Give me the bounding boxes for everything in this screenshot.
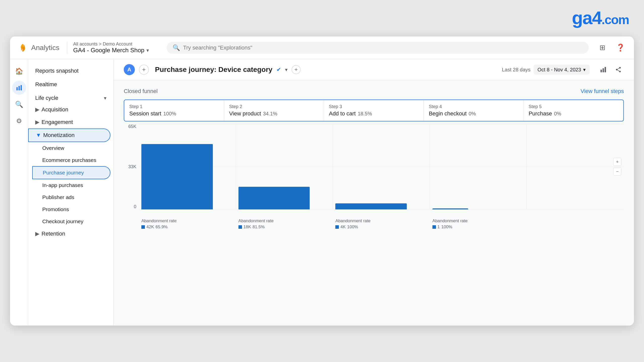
abandonment-label-4: Abandonment rate xyxy=(432,218,468,223)
ab-pct-3: 100% xyxy=(347,224,358,230)
y-axis-mid: 33K xyxy=(124,164,136,169)
chart-area: 65K 33K 0 xyxy=(124,124,624,230)
sidebar-label-reports-snapshot: Reports snapshot xyxy=(35,68,78,74)
step-1-num: Step 1 xyxy=(129,104,219,109)
account-section: All accounts > Demo Account GA4 - Google… xyxy=(67,41,149,54)
app-window: Analytics All accounts > Demo Account GA… xyxy=(10,36,634,326)
chart-type-icon[interactable] xyxy=(598,64,609,75)
account-chevron-icon: ▾ xyxy=(146,47,149,53)
date-picker-chevron-icon: ▾ xyxy=(583,67,586,73)
ab-pct-4: 100% xyxy=(441,224,452,230)
bar-rect-4 xyxy=(432,208,468,209)
acquisition-triangle-icon: ▶ xyxy=(35,106,39,113)
sidebar-item-realtime[interactable]: Realtime xyxy=(28,78,110,91)
abandonment-info-1: Abandonment rate 42K 65.9% xyxy=(141,218,177,230)
abandonment-label-1: Abandonment rate xyxy=(141,218,177,223)
step-4-pct: 0% xyxy=(469,111,476,117)
abandonment-values-1: 42K 65.9% xyxy=(141,224,177,230)
svg-rect-2 xyxy=(20,85,22,90)
step-5-num: Step 5 xyxy=(529,104,618,109)
monetization-triangle-icon: ▼ xyxy=(36,132,41,139)
logo-text: ga4 xyxy=(572,8,601,28)
search-input[interactable] xyxy=(183,44,583,51)
sidebar-subitem-promotions[interactable]: Promotions xyxy=(32,203,110,215)
funnel-type-label: Closed funnel xyxy=(124,88,158,95)
account-name-text: GA4 - Google Merch Shop xyxy=(73,47,144,54)
step-5-pct: 0% xyxy=(554,111,561,117)
step-4-name: Begin checkout xyxy=(429,110,466,117)
nav-reports-icon[interactable] xyxy=(12,81,26,95)
sidebar-subitem-label-overview: Overview xyxy=(42,145,64,151)
ab-count-4: 1 xyxy=(437,224,440,230)
search-bar[interactable]: 🔍 xyxy=(167,42,589,54)
step-4-num: Step 4 xyxy=(429,104,518,109)
funnel-label: Closed funnel View funnel steps xyxy=(124,88,624,95)
y-axis-top: 65K xyxy=(124,124,136,129)
date-range-picker[interactable]: Oct 8 - Nov 4, 2023 ▾ xyxy=(534,65,590,75)
apps-grid-button[interactable]: ⊞ xyxy=(596,42,608,54)
view-funnel-steps-link[interactable]: View funnel steps xyxy=(581,88,624,95)
sidebar-section-lifecycle[interactable]: Life cycle ▾ xyxy=(28,91,113,103)
bar-rect-2 xyxy=(238,187,310,209)
abandonment-values-2: 18K 81.5% xyxy=(238,224,274,230)
ga4-logo: ga4.com xyxy=(572,8,629,28)
sidebar-item-acquisition[interactable]: ▶ Acquisition xyxy=(28,103,113,116)
sidebar-subitem-inapp[interactable]: In-app purchases xyxy=(32,179,110,191)
funnel-step-4: Step 4 Begin checkout 0% xyxy=(424,100,524,121)
nav-explore-icon[interactable]: 🔍 xyxy=(12,97,26,111)
share-icon[interactable] xyxy=(613,64,624,75)
analytics-flame-icon xyxy=(18,43,28,53)
sidebar-label-realtime: Realtime xyxy=(35,81,57,88)
user-avatar: A xyxy=(124,64,135,75)
sidebar-subitem-label-publisher-ads: Publisher ads xyxy=(42,194,74,200)
abandonment-info-4: Abandonment rate 1 100% xyxy=(432,218,468,230)
svg-rect-1 xyxy=(18,86,20,90)
funnel-step-5: Step 5 Purchase 0% xyxy=(524,100,623,121)
sidebar-subitem-purchase-journey[interactable]: Purchase journey xyxy=(32,166,110,179)
engagement-triangle-icon: ▶ xyxy=(35,119,39,125)
nav-settings-icon[interactable]: ⚙ xyxy=(12,114,26,128)
sidebar-subitem-overview[interactable]: Overview xyxy=(32,142,110,154)
sidebar-item-monetization[interactable]: ▼ Monetization xyxy=(28,128,110,142)
step-2-num: Step 2 xyxy=(229,104,319,109)
sidebar-subitem-ecommerce[interactable]: Ecommerce purchases xyxy=(32,154,110,166)
sidebar-item-reports-snapshot[interactable]: Reports snapshot xyxy=(28,64,110,78)
bar-col-5: + − xyxy=(527,124,624,209)
sidebar-item-engagement[interactable]: ▶ Engagement xyxy=(28,116,113,128)
zoom-in-button[interactable]: + xyxy=(613,158,621,166)
sidebar-subitem-checkout-journey[interactable]: Checkout journey xyxy=(32,215,110,228)
bar-col-2: Abandonment rate 18K 81.5% xyxy=(236,124,333,209)
chart-zoom-controls: + − xyxy=(613,158,621,175)
step-3-num: Step 3 xyxy=(329,104,419,109)
date-range-value: Oct 8 - Nov 4, 2023 xyxy=(538,67,581,73)
sidebar-label-retention: Retention xyxy=(42,231,65,237)
header-action-icons xyxy=(598,64,624,75)
verified-icon: ✔ xyxy=(276,66,281,73)
ab-count-2: 18K xyxy=(244,224,251,230)
sidebar-subitem-label-ecommerce: Ecommerce purchases xyxy=(42,157,96,163)
sidebar-subitem-label-inapp: In-app purchases xyxy=(42,182,83,188)
add-report-button[interactable]: + xyxy=(292,65,301,74)
bar-col-1: Abandonment rate 42K 65.9% xyxy=(139,124,236,209)
abandonment-label-2: Abandonment rate xyxy=(238,218,274,223)
step-2-name: View product xyxy=(229,110,261,117)
account-name-dropdown[interactable]: GA4 - Google Merch Shop ▾ xyxy=(73,47,149,54)
sidebar-item-retention[interactable]: ▶ Retention xyxy=(28,228,113,240)
logo-dot: .com xyxy=(601,13,629,27)
step-5-name: Purchase xyxy=(529,110,552,117)
ab-square-2 xyxy=(238,225,242,229)
sidebar-label-acquisition: Acquisition xyxy=(42,106,68,113)
abandonment-values-4: 1 100% xyxy=(432,224,468,230)
help-button[interactable]: ❓ xyxy=(614,42,626,54)
add-comparison-button[interactable]: + xyxy=(139,65,149,75)
ab-square-1 xyxy=(141,225,145,229)
sidebar-label-engagement: Engagement xyxy=(42,119,73,125)
top-bar-logo: Analytics xyxy=(18,43,59,53)
search-icon: 🔍 xyxy=(173,44,180,51)
zoom-out-button[interactable]: − xyxy=(613,167,621,175)
abandonment-values-3: 4K 100% xyxy=(335,224,371,230)
report-title-dropdown-icon[interactable]: ▾ xyxy=(285,67,288,73)
sidebar-subitem-publisher-ads[interactable]: Publisher ads xyxy=(32,191,110,203)
bar-col-4: Abandonment rate 1 100% xyxy=(430,124,527,209)
nav-home-icon[interactable]: 🏠 xyxy=(12,64,26,78)
